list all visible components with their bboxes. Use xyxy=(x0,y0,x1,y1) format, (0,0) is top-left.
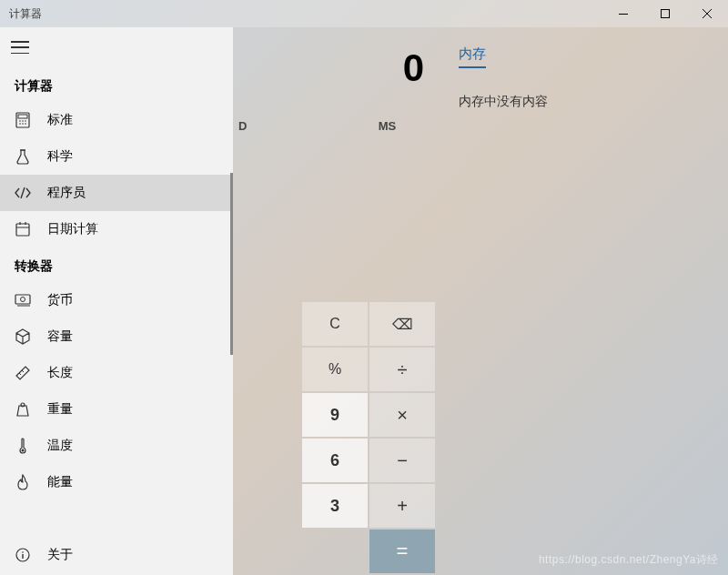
content-area: 计算器 标准 科学 程序员 xyxy=(0,27,728,575)
calendar-icon xyxy=(15,221,31,237)
nav-item-scientific[interactable]: 科学 xyxy=(0,138,233,175)
memory-buttons-row: D MS xyxy=(233,109,437,142)
svg-rect-0 xyxy=(619,14,628,15)
titlebar: 计算器 xyxy=(0,0,728,27)
nav-label: 重量 xyxy=(47,401,73,418)
calculator-area: 0 D MS C ⌫ % ÷ 9 × 6 − 3 + xyxy=(233,27,437,575)
nav-item-weight[interactable]: 重量 xyxy=(0,391,233,428)
nav-label: 日期计算 xyxy=(47,221,98,237)
svg-point-6 xyxy=(25,120,26,122)
hamburger-menu-button[interactable] xyxy=(11,41,29,54)
nav-scroll: 计算器 标准 科学 程序员 xyxy=(0,67,233,535)
svg-rect-3 xyxy=(18,115,27,118)
keypad: C ⌫ % ÷ 9 × 6 − 3 + = xyxy=(233,300,437,575)
key-backspace[interactable]: ⌫ xyxy=(369,302,435,346)
partial-button-d[interactable]: D xyxy=(233,119,338,133)
info-icon xyxy=(15,547,31,563)
section-converter-title: 转换器 xyxy=(0,247,233,282)
svg-rect-11 xyxy=(16,224,29,236)
key-three[interactable]: 3 xyxy=(302,484,368,528)
nav-item-date[interactable]: 日期计算 xyxy=(0,211,233,247)
key-percent[interactable]: % xyxy=(302,348,368,391)
svg-point-8 xyxy=(22,123,24,125)
nav-item-volume[interactable]: 容量 xyxy=(0,318,233,355)
window-controls xyxy=(602,0,728,27)
memory-tab[interactable]: 内存 xyxy=(459,45,486,68)
nav-label: 关于 xyxy=(47,547,73,563)
memory-empty-text: 内存中没有内容 xyxy=(459,94,706,110)
key-multiply[interactable]: × xyxy=(369,393,435,437)
svg-point-5 xyxy=(22,120,24,122)
svg-point-9 xyxy=(25,123,26,125)
thermometer-icon xyxy=(15,438,31,454)
nav-label: 货币 xyxy=(47,292,73,308)
svg-point-21 xyxy=(22,449,25,452)
key-clear[interactable]: C xyxy=(302,302,368,346)
cube-icon xyxy=(15,328,31,345)
key-six[interactable]: 6 xyxy=(302,439,368,482)
svg-point-7 xyxy=(19,123,21,125)
key-equals[interactable]: = xyxy=(369,530,435,573)
maximize-button[interactable] xyxy=(644,0,686,27)
nav-item-programmer[interactable]: 程序员 xyxy=(0,175,233,211)
currency-icon xyxy=(15,292,31,308)
sidebar-scrollbar[interactable] xyxy=(230,173,233,355)
svg-point-4 xyxy=(19,120,21,122)
nav-item-about[interactable]: 关于 xyxy=(0,535,233,575)
close-button[interactable] xyxy=(686,0,728,27)
nav-item-length[interactable]: 长度 xyxy=(0,355,233,391)
key-minus[interactable]: − xyxy=(369,439,435,482)
nav-item-energy[interactable]: 能量 xyxy=(0,464,233,500)
navigation-sidebar: 计算器 标准 科学 程序员 xyxy=(0,27,233,575)
nav-label: 能量 xyxy=(47,474,73,490)
window-title: 计算器 xyxy=(0,6,42,22)
svg-rect-15 xyxy=(15,295,30,304)
calculator-icon xyxy=(15,112,31,128)
nav-label: 程序员 xyxy=(47,185,86,201)
nav-item-currency[interactable]: 货币 xyxy=(0,282,233,318)
nav-item-temperature[interactable]: 温度 xyxy=(0,428,233,464)
section-calculator-title: 计算器 xyxy=(0,67,233,102)
watermark-text: https://blog.csdn.net/ZhengYa诗经 xyxy=(539,552,719,568)
key-nine[interactable]: 9 xyxy=(302,393,368,437)
svg-point-23 xyxy=(22,551,24,553)
svg-point-16 xyxy=(21,298,25,302)
memory-panel: 内存 内存中没有内容 xyxy=(437,27,728,575)
ruler-icon xyxy=(15,365,31,381)
weight-icon xyxy=(15,401,31,418)
memory-store-button[interactable]: MS xyxy=(338,119,437,133)
key-divide[interactable]: ÷ xyxy=(369,348,435,391)
key-plus[interactable]: + xyxy=(369,484,435,528)
nav-label: 科学 xyxy=(47,148,73,165)
nav-item-standard[interactable]: 标准 xyxy=(0,102,233,138)
fire-icon xyxy=(15,474,31,490)
flask-icon xyxy=(15,148,31,165)
svg-rect-1 xyxy=(662,10,670,18)
minimize-button[interactable] xyxy=(602,0,644,27)
main-area: 0 D MS C ⌫ % ÷ 9 × 6 − 3 + xyxy=(233,27,728,575)
display-value: 0 xyxy=(233,27,437,109)
nav-label: 标准 xyxy=(47,112,73,128)
nav-label: 温度 xyxy=(47,438,73,454)
svg-line-18 xyxy=(19,373,21,375)
svg-line-19 xyxy=(22,370,24,372)
nav-label: 容量 xyxy=(47,328,73,345)
code-icon xyxy=(15,185,31,201)
nav-label: 长度 xyxy=(47,365,73,381)
